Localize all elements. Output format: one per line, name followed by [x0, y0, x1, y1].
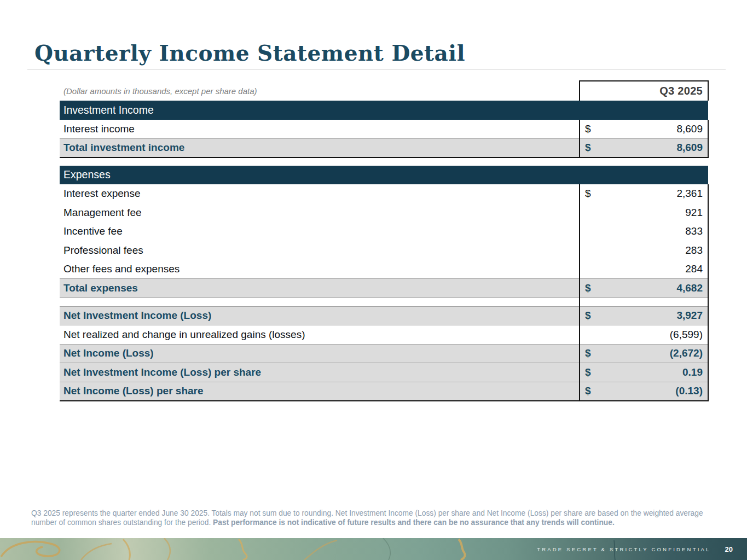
table-row: Other fees and expenses284 — [60, 260, 708, 279]
slide: Quarterly Income Statement Detail (Dolla… — [0, 0, 747, 560]
row-value: (6,599) — [580, 329, 708, 341]
page-number: 20 — [725, 545, 733, 553]
amount: 833 — [685, 225, 703, 237]
row-label: Interest income — [60, 120, 580, 139]
row-label: Net Income (Loss) — [60, 344, 580, 363]
row-label: Interest expense — [60, 184, 580, 203]
section-header: Investment Income — [60, 101, 708, 120]
row-label: Other fees and expenses — [60, 260, 580, 279]
table-spacer-row — [60, 298, 708, 306]
amount: 2,361 — [676, 188, 703, 200]
row-value: $(2,672) — [580, 347, 708, 359]
table-row: Total expenses$4,682 — [60, 279, 708, 298]
row-label: Net Investment Income (Loss) — [60, 306, 580, 325]
section-header-row: Investment Income — [60, 101, 708, 120]
amount: 8,609 — [676, 142, 703, 154]
row-label: Net Income (Loss) per share — [60, 382, 580, 401]
row-value-cell: $3,927 — [580, 306, 708, 325]
row-value: $8,609 — [580, 142, 708, 154]
row-value-cell: $8,609 — [580, 138, 708, 158]
row-value-cell: 833 — [580, 222, 708, 241]
row-value-cell: 283 — [580, 241, 708, 260]
income-statement-table-wrap: (Dollar amounts in thousands, except per… — [60, 80, 708, 401]
row-value: $2,361 — [580, 188, 708, 200]
table-row: Net realized and change in unrealized ga… — [60, 325, 708, 345]
spacer-value-cell — [580, 298, 708, 306]
row-value: $8,609 — [580, 123, 708, 135]
row-value-cell: (6,599) — [580, 325, 708, 345]
period-column-header: Q3 2025 — [580, 81, 708, 101]
currency-symbol: $ — [585, 385, 591, 397]
row-label: Management fee — [60, 203, 580, 223]
row-value: $3,927 — [580, 310, 708, 322]
amount: 3,927 — [676, 310, 703, 322]
row-label: Total expenses — [60, 279, 580, 298]
title-divider — [27, 69, 726, 70]
table-row: Net Income (Loss)$(2,672) — [60, 344, 708, 363]
table-row: Net Investment Income (Loss) per share$0… — [60, 363, 708, 382]
amount: (6,599) — [670, 329, 703, 341]
row-label: Net Investment Income (Loss) per share — [60, 363, 580, 382]
amount: (2,672) — [670, 347, 703, 359]
table-row: Incentive fee833 — [60, 222, 708, 241]
amount: (0.13) — [675, 385, 703, 397]
row-value-cell: $4,682 — [580, 279, 708, 298]
table-gap-row — [60, 158, 708, 166]
amount: 284 — [685, 263, 703, 275]
row-value-cell: 921 — [580, 203, 708, 223]
row-value-cell: $(2,672) — [580, 344, 708, 363]
row-value: 284 — [580, 263, 708, 275]
footnote-disclaimer-bold: Past performance is not indicative of fu… — [213, 518, 615, 527]
row-value: 921 — [580, 207, 708, 219]
footnote: Q3 2025 represents the quarter ended Jun… — [31, 509, 704, 528]
section-header: Expenses — [60, 166, 708, 185]
row-label: Incentive fee — [60, 222, 580, 241]
row-value: $0.19 — [580, 366, 708, 378]
row-value-cell: $(0.13) — [580, 382, 708, 401]
row-value: 283 — [580, 244, 708, 256]
units-note: (Dollar amounts in thousands, except per… — [60, 81, 580, 101]
confidentiality-label: TRADE SECRET & STRICTLY CONFIDENTIAL — [537, 546, 710, 552]
table-row: Net Investment Income (Loss)$3,927 — [60, 306, 708, 325]
row-value-cell: 284 — [580, 260, 708, 279]
row-value-cell: $2,361 — [580, 184, 708, 203]
section-header-row: Expenses — [60, 166, 708, 185]
amount: 921 — [685, 207, 703, 219]
amount: 283 — [685, 244, 703, 256]
table-row: Interest income$8,609 — [60, 120, 708, 139]
row-value: 833 — [580, 225, 708, 237]
currency-symbol: $ — [585, 347, 591, 359]
amount: 8,609 — [676, 123, 703, 135]
table-row: Total investment income$8,609 — [60, 138, 708, 158]
currency-symbol: $ — [585, 310, 591, 322]
row-value: $4,682 — [580, 282, 708, 294]
currency-symbol: $ — [585, 282, 591, 294]
row-label: Professional fees — [60, 241, 580, 260]
row-label: Total investment income — [60, 138, 580, 158]
amount: 0.19 — [682, 366, 703, 378]
currency-symbol: $ — [585, 142, 591, 154]
table-row: Net Income (Loss) per share$(0.13) — [60, 382, 708, 401]
table-row: Professional fees283 — [60, 241, 708, 260]
row-value: $(0.13) — [580, 385, 708, 397]
row-label: Net realized and change in unrealized ga… — [60, 325, 580, 345]
page-title: Quarterly Income Statement Detail — [34, 40, 465, 66]
table-row: Management fee921 — [60, 203, 708, 223]
footer-meta: TRADE SECRET & STRICTLY CONFIDENTIAL 20 — [537, 538, 733, 560]
currency-symbol: $ — [585, 188, 591, 200]
currency-symbol: $ — [585, 366, 591, 378]
amount: 4,682 — [676, 282, 703, 294]
table-row: Interest expense$2,361 — [60, 184, 708, 203]
table-header-row: (Dollar amounts in thousands, except per… — [60, 81, 708, 101]
row-value-cell: $0.19 — [580, 363, 708, 382]
gap-cell — [60, 158, 708, 166]
income-table-body: Investment IncomeInterest income$8,609To… — [60, 101, 708, 401]
spacer-label-cell — [60, 298, 580, 306]
currency-symbol: $ — [585, 123, 591, 135]
income-statement-table: (Dollar amounts in thousands, except per… — [60, 80, 709, 401]
row-value-cell: $8,609 — [580, 120, 708, 139]
footer-band: TRADE SECRET & STRICTLY CONFIDENTIAL 20 — [0, 538, 747, 560]
